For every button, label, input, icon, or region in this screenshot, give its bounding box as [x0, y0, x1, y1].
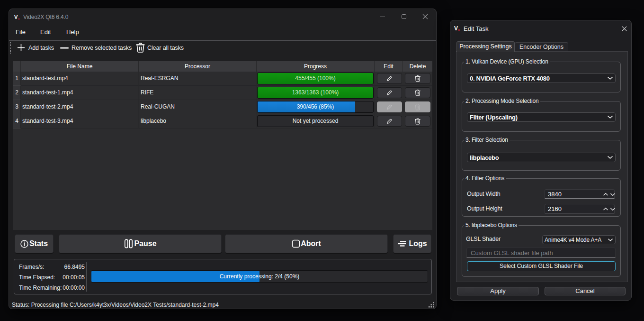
svg-text:V: V: [454, 25, 458, 32]
svg-text:V: V: [14, 14, 18, 20]
